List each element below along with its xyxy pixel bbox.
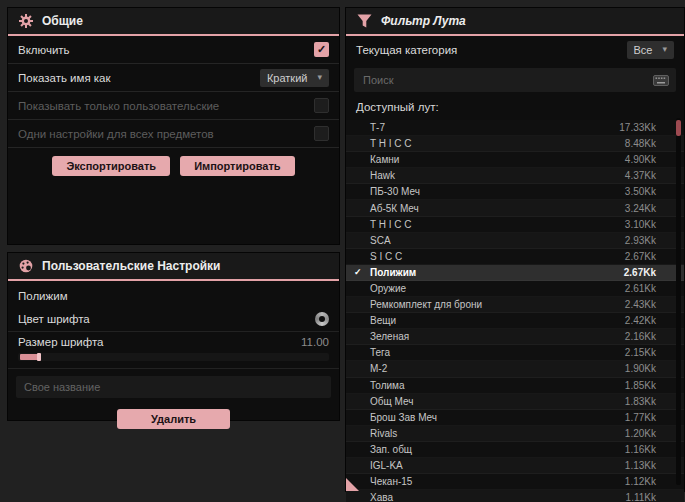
- chevron-down-icon: ▾: [662, 45, 667, 54]
- loot-item-value: 2.61Kk: [625, 283, 656, 294]
- loot-list-item[interactable]: Толима 1.85Kk: [346, 378, 684, 394]
- font-size-label: Размер шрифта: [18, 336, 104, 348]
- same-for-all-checkbox[interactable]: [314, 126, 329, 141]
- delete-button[interactable]: Удалить: [117, 409, 230, 429]
- loot-list-item[interactable]: Зап. общ 1.16Kk: [346, 442, 684, 458]
- loot-item-value: 4.37Kk: [625, 170, 656, 181]
- font-size-row: Размер шрифта 11.00: [8, 332, 339, 369]
- font-color-label: Цвет шрифта: [18, 313, 90, 325]
- loot-list-item[interactable]: Камни 4.90Kk: [346, 152, 684, 168]
- only-custom-checkbox[interactable]: [314, 98, 329, 113]
- color-wheel-icon[interactable]: [315, 312, 329, 326]
- loot-item-name: Аб-5К Меч: [370, 203, 625, 214]
- category-combo[interactable]: Все ▾: [627, 41, 675, 59]
- loot-item-value: 1.20Kk: [625, 428, 656, 439]
- gear-icon: [19, 14, 33, 28]
- loot-list-item[interactable]: S I C C 2.67Kk: [346, 249, 684, 265]
- loot-filter-titlebar[interactable]: Фильтр Лута: [346, 8, 684, 34]
- loot-item-value: 8.48Kk: [625, 138, 656, 149]
- loot-list-item[interactable]: Брош Зав Меч 1.77Kk: [346, 410, 684, 426]
- same-for-all-label: Одни настройки для всех предметов: [18, 128, 214, 140]
- loot-item-value: 2.67Kk: [624, 267, 656, 278]
- loot-list-item[interactable]: Зеленая 2.16Kk: [346, 329, 684, 345]
- enable-row[interactable]: Включить ✓: [8, 36, 339, 64]
- loot-item-value: 1.90Kk: [625, 363, 656, 374]
- loot-item-name: Чекан-15: [370, 476, 625, 487]
- loot-list-item[interactable]: М-2 1.90Kk: [346, 361, 684, 377]
- loot-list-item[interactable]: Чекан-15 1.12Kk: [346, 474, 684, 490]
- enable-checkbox[interactable]: ✓: [314, 42, 329, 57]
- loot-list-item[interactable]: Тега 2.15Kk: [346, 345, 684, 361]
- loot-item-value: 1.16Kk: [625, 444, 656, 455]
- loot-list-item[interactable]: SCA 2.93Kk: [346, 233, 684, 249]
- loot-list-item[interactable]: Аб-5К Меч 3.24Kk: [346, 200, 684, 216]
- font-size-value: 11.00: [301, 336, 329, 348]
- loot-list: Т-7 17.33Kk T H I C C 8.48Kk Камни 4.90K…: [346, 120, 684, 502]
- loot-item-value: 3.50Kk: [625, 186, 656, 197]
- show-name-combo[interactable]: Краткий ▾: [260, 69, 329, 87]
- loot-list-item[interactable]: Вещи 2.42Kk: [346, 313, 684, 329]
- loot-item-name: Полижим: [370, 267, 624, 278]
- same-for-all-row[interactable]: Одни настройки для всех предметов: [8, 120, 339, 148]
- loot-item-value: 2.43Kk: [625, 299, 656, 310]
- loot-item-name: Зеленая: [370, 331, 625, 342]
- scrollbar-thumb[interactable]: [676, 120, 681, 136]
- available-loot-label: Доступный лут:: [346, 92, 684, 118]
- loot-item-value: 4.90Kk: [625, 154, 656, 165]
- loot-list-item[interactable]: Т-7 17.33Kk: [346, 120, 684, 136]
- show-name-label: Показать имя как: [18, 72, 111, 84]
- loot-item-name: IGL-KA: [370, 460, 625, 471]
- slider-grab-handle[interactable]: [37, 353, 41, 361]
- category-combo-value: Все: [634, 44, 653, 56]
- resize-grip[interactable]: [346, 478, 359, 491]
- export-button[interactable]: Экспортировать: [52, 156, 170, 176]
- custom-window-title: Пользовательские Настройки: [42, 259, 220, 273]
- loot-item-value: 3.24Kk: [625, 203, 656, 214]
- loot-list-item[interactable]: IGL-KA 1.13Kk: [346, 458, 684, 474]
- import-button[interactable]: Импортировать: [180, 156, 294, 176]
- loot-item-name: Hawk: [370, 170, 625, 181]
- search-bar: [354, 68, 676, 92]
- loot-list-item[interactable]: ПБ-30 Меч 3.50Kk: [346, 184, 684, 200]
- font-size-slider[interactable]: [18, 353, 329, 361]
- loot-list-item[interactable]: Оружие 2.61Kk: [346, 281, 684, 297]
- custom-name-input[interactable]: [16, 376, 331, 398]
- font-color-row: Цвет шрифта: [8, 307, 339, 332]
- loot-filter-window-title: Фильтр Лута: [381, 14, 466, 28]
- custom-titlebar[interactable]: Пользовательские Настройки: [8, 253, 339, 279]
- loot-item-value: 1.13Kk: [625, 460, 656, 471]
- loot-list-item[interactable]: Хава 1.11Kk: [346, 490, 684, 502]
- loot-item-value: 2.15Kk: [625, 347, 656, 358]
- slider-grab[interactable]: [20, 354, 38, 360]
- loot-item-name: Толима: [370, 380, 625, 391]
- loot-list-item[interactable]: Ремкомплект для брони 2.43Kk: [346, 297, 684, 313]
- loot-item-name: ПБ-30 Меч: [370, 186, 625, 197]
- keyboard-icon[interactable]: [653, 75, 669, 86]
- loot-item-name: Оружие: [370, 283, 625, 294]
- loot-list-item[interactable]: T H I C C 3.10Kk: [346, 217, 684, 233]
- loot-list-item[interactable]: Hawk 4.37Kk: [346, 168, 684, 184]
- loot-item-name: Вещи: [370, 315, 625, 326]
- loot-filter-window: Фильтр Лута Текущая категория Все ▾ Дост…: [346, 8, 684, 491]
- only-custom-label: Показывать только пользовательские: [18, 100, 219, 112]
- loot-item-value: 17.33Kk: [619, 122, 656, 133]
- loot-list-item[interactable]: ✓ Полижим 2.67Kk: [346, 265, 684, 281]
- only-custom-row[interactable]: Показывать только пользовательские: [8, 92, 339, 120]
- loot-item-name: Общ Меч: [370, 396, 625, 407]
- loot-item-check: ✓: [354, 267, 370, 277]
- loot-item-value: 1.83Kk: [625, 396, 656, 407]
- loot-item-name: Хава: [370, 492, 626, 502]
- loot-item-value: 2.42Kk: [625, 315, 656, 326]
- search-input[interactable]: [361, 73, 647, 87]
- loot-item-name: Тега: [370, 347, 625, 358]
- loot-list-item[interactable]: T H I C C 8.48Kk: [346, 136, 684, 152]
- general-titlebar[interactable]: Общие: [8, 8, 339, 34]
- loot-list-item[interactable]: Общ Меч 1.83Kk: [346, 394, 684, 410]
- show-name-combo-value: Краткий: [267, 72, 308, 84]
- delete-row: Удалить: [8, 398, 339, 429]
- loot-list-item[interactable]: Rivals 1.20Kk: [346, 426, 684, 442]
- loot-item-name: М-2: [370, 363, 625, 374]
- scrollbar[interactable]: [676, 118, 681, 485]
- general-window-title: Общие: [42, 14, 83, 28]
- loot-item-name: Камни: [370, 154, 625, 165]
